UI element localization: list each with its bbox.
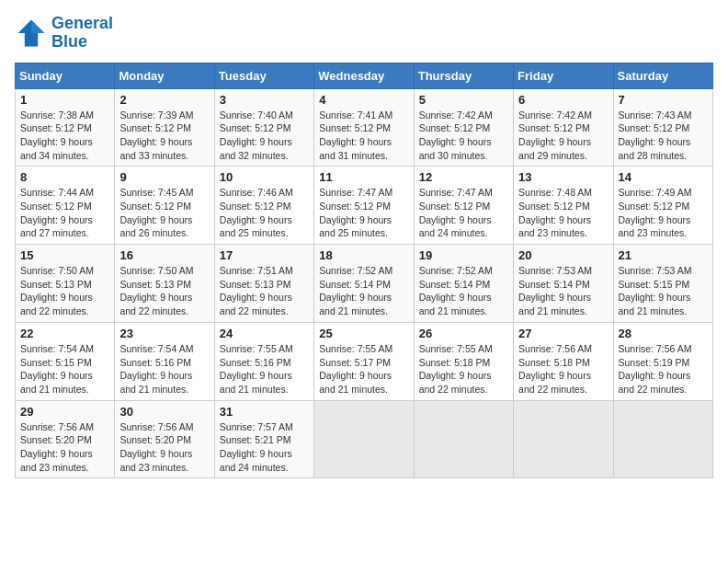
day-info: Sunrise: 7:56 AM Sunset: 5:20 PM Dayligh… [119,420,209,475]
day-info: Sunrise: 7:47 AM Sunset: 5:12 PM Dayligh… [319,186,408,240]
calendar-cell: 26 Sunrise: 7:55 AM Sunset: 5:18 PM Dayl… [414,322,513,400]
day-number: 1 [20,93,109,107]
calendar-cell: 28 Sunrise: 7:56 AM Sunset: 5:19 PM Dayl… [613,322,712,400]
calendar-cell: 16 Sunrise: 7:50 AM Sunset: 5:13 PM Dayl… [115,245,214,323]
day-number: 18 [319,248,408,262]
logo-text: General Blue [51,15,113,52]
calendar-cell: 12 Sunrise: 7:47 AM Sunset: 5:12 PM Dayl… [414,167,513,245]
day-info: Sunrise: 7:48 AM Sunset: 5:12 PM Dayligh… [518,186,608,240]
day-number: 20 [518,248,608,262]
logo-icon [15,17,48,50]
calendar-cell: 20 Sunrise: 7:53 AM Sunset: 5:14 PM Dayl… [514,245,613,323]
day-info: Sunrise: 7:49 AM Sunset: 5:12 PM Dayligh… [619,186,708,240]
day-number: 6 [518,93,608,107]
day-number: 3 [220,93,309,107]
calendar-week-2: 8 Sunrise: 7:44 AM Sunset: 5:12 PM Dayli… [16,167,713,245]
day-number: 8 [20,170,109,184]
weekday-header-saturday: Saturday [613,63,712,88]
weekday-header-sunday: Sunday [16,63,115,88]
calendar-cell: 29 Sunrise: 7:56 AM Sunset: 5:20 PM Dayl… [16,400,115,478]
calendar-cell: 8 Sunrise: 7:44 AM Sunset: 5:12 PM Dayli… [16,167,115,245]
day-number: 27 [518,327,608,340]
calendar-cell: 31 Sunrise: 7:57 AM Sunset: 5:21 PM Dayl… [214,400,313,478]
calendar-cell: 10 Sunrise: 7:46 AM Sunset: 5:12 PM Dayl… [214,167,313,245]
day-number: 17 [220,248,309,262]
day-info: Sunrise: 7:43 AM Sunset: 5:12 PM Dayligh… [619,109,708,163]
day-info: Sunrise: 7:39 AM Sunset: 5:12 PM Dayligh… [119,109,209,163]
day-info: Sunrise: 7:50 AM Sunset: 5:13 PM Dayligh… [119,264,209,318]
calendar-cell: 25 Sunrise: 7:55 AM Sunset: 5:17 PM Dayl… [314,322,414,400]
calendar-cell: 22 Sunrise: 7:54 AM Sunset: 5:15 PM Dayl… [16,322,115,400]
day-info: Sunrise: 7:53 AM Sunset: 5:15 PM Dayligh… [619,264,708,318]
day-number: 11 [319,170,408,184]
day-info: Sunrise: 7:44 AM Sunset: 5:12 PM Dayligh… [20,186,109,240]
calendar-cell: 15 Sunrise: 7:50 AM Sunset: 5:13 PM Dayl… [16,245,115,323]
day-info: Sunrise: 7:54 AM Sunset: 5:16 PM Dayligh… [119,342,209,396]
day-number: 29 [20,405,109,419]
calendar-cell: 24 Sunrise: 7:55 AM Sunset: 5:16 PM Dayl… [214,322,313,400]
day-info: Sunrise: 7:45 AM Sunset: 5:12 PM Dayligh… [119,186,209,240]
day-number: 22 [20,327,109,340]
day-info: Sunrise: 7:41 AM Sunset: 5:12 PM Dayligh… [319,109,408,163]
calendar-cell: 3 Sunrise: 7:40 AM Sunset: 5:12 PM Dayli… [214,88,313,167]
day-info: Sunrise: 7:55 AM Sunset: 5:16 PM Dayligh… [220,342,309,396]
day-number: 16 [119,248,209,262]
calendar-cell: 11 Sunrise: 7:47 AM Sunset: 5:12 PM Dayl… [314,167,414,245]
calendar-cell [314,400,414,478]
calendar-week-4: 22 Sunrise: 7:54 AM Sunset: 5:15 PM Dayl… [16,322,713,400]
calendar-cell: 14 Sunrise: 7:49 AM Sunset: 5:12 PM Dayl… [613,167,712,245]
calendar-cell: 13 Sunrise: 7:48 AM Sunset: 5:12 PM Dayl… [514,167,613,245]
day-info: Sunrise: 7:57 AM Sunset: 5:21 PM Dayligh… [220,420,309,475]
day-info: Sunrise: 7:51 AM Sunset: 5:13 PM Dayligh… [220,264,309,318]
calendar-cell: 23 Sunrise: 7:54 AM Sunset: 5:16 PM Dayl… [115,322,214,400]
weekday-header-friday: Friday [514,63,613,88]
calendar-cell: 4 Sunrise: 7:41 AM Sunset: 5:12 PM Dayli… [314,88,414,167]
weekday-header-tuesday: Tuesday [214,63,313,88]
day-info: Sunrise: 7:53 AM Sunset: 5:14 PM Dayligh… [518,264,608,318]
logo: General Blue [15,15,113,52]
day-info: Sunrise: 7:56 AM Sunset: 5:20 PM Dayligh… [20,420,109,475]
calendar-cell [414,400,513,478]
calendar-cell: 2 Sunrise: 7:39 AM Sunset: 5:12 PM Dayli… [115,88,214,167]
calendar-week-3: 15 Sunrise: 7:50 AM Sunset: 5:13 PM Dayl… [16,245,713,323]
day-info: Sunrise: 7:50 AM Sunset: 5:13 PM Dayligh… [20,264,109,318]
day-info: Sunrise: 7:38 AM Sunset: 5:12 PM Dayligh… [20,109,109,163]
calendar-cell: 21 Sunrise: 7:53 AM Sunset: 5:15 PM Dayl… [613,245,712,323]
day-info: Sunrise: 7:42 AM Sunset: 5:12 PM Dayligh… [419,109,508,163]
day-info: Sunrise: 7:54 AM Sunset: 5:15 PM Dayligh… [20,342,109,396]
day-info: Sunrise: 7:56 AM Sunset: 5:18 PM Dayligh… [518,342,608,396]
day-number: 5 [419,93,508,107]
day-number: 12 [419,170,508,184]
calendar-week-5: 29 Sunrise: 7:56 AM Sunset: 5:20 PM Dayl… [16,400,713,478]
day-info: Sunrise: 7:56 AM Sunset: 5:19 PM Dayligh… [619,342,708,396]
calendar-body: 1 Sunrise: 7:38 AM Sunset: 5:12 PM Dayli… [16,88,713,478]
day-number: 19 [419,248,508,262]
day-info: Sunrise: 7:55 AM Sunset: 5:18 PM Dayligh… [419,342,508,396]
weekday-header-monday: Monday [115,63,214,88]
calendar-cell: 30 Sunrise: 7:56 AM Sunset: 5:20 PM Dayl… [115,400,214,478]
day-number: 25 [319,327,408,340]
weekday-row: SundayMondayTuesdayWednesdayThursdayFrid… [16,63,713,88]
day-info: Sunrise: 7:47 AM Sunset: 5:12 PM Dayligh… [419,186,508,240]
calendar-header: SundayMondayTuesdayWednesdayThursdayFrid… [16,63,713,88]
day-number: 30 [119,405,209,419]
svg-marker-1 [31,19,44,32]
day-info: Sunrise: 7:52 AM Sunset: 5:14 PM Dayligh… [319,264,408,318]
calendar-cell: 18 Sunrise: 7:52 AM Sunset: 5:14 PM Dayl… [314,245,414,323]
day-number: 2 [119,93,209,107]
page-header: General Blue [15,15,713,52]
day-number: 21 [619,248,708,262]
day-number: 14 [619,170,708,184]
day-info: Sunrise: 7:46 AM Sunset: 5:12 PM Dayligh… [220,186,309,240]
calendar-cell: 9 Sunrise: 7:45 AM Sunset: 5:12 PM Dayli… [115,167,214,245]
day-info: Sunrise: 7:42 AM Sunset: 5:12 PM Dayligh… [518,109,608,163]
day-number: 15 [20,248,109,262]
calendar-cell: 19 Sunrise: 7:52 AM Sunset: 5:14 PM Dayl… [414,245,513,323]
day-number: 9 [119,170,209,184]
day-number: 7 [619,93,708,107]
day-number: 13 [518,170,608,184]
day-number: 26 [419,327,508,340]
calendar-cell [514,400,613,478]
calendar-cell: 7 Sunrise: 7:43 AM Sunset: 5:12 PM Dayli… [613,88,712,167]
calendar-table: SundayMondayTuesdayWednesdayThursdayFrid… [15,63,713,479]
